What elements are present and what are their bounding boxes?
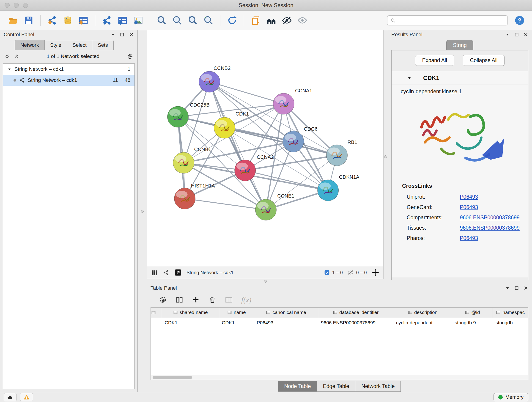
open-session-button[interactable] xyxy=(6,13,20,27)
import-table-button[interactable] xyxy=(76,13,90,27)
save-session-button[interactable] xyxy=(22,13,36,27)
network-canvas[interactable]: CCNB2CCNA1CDC25BCDK1CDC6RB1CCNB1CCNA2CDK… xyxy=(147,30,384,266)
edge-HIST1H1A-CCNE1[interactable] xyxy=(185,198,266,210)
hidden-eye-icon[interactable] xyxy=(347,269,354,276)
tab-node-table[interactable]: Node Table xyxy=(278,381,317,392)
float-panel-icon[interactable] xyxy=(514,32,519,37)
column-header-database-identifier[interactable]: database identifier xyxy=(318,307,393,318)
node-CDC6[interactable] xyxy=(283,131,304,152)
zoom-window-button[interactable] xyxy=(23,3,28,8)
minimize-window-button[interactable] xyxy=(14,3,19,8)
node-RB1[interactable] xyxy=(326,145,348,166)
table-cell[interactable]: stringdb:9... xyxy=(452,318,493,328)
section-caret-icon[interactable] xyxy=(407,75,412,81)
node-CDK1[interactable] xyxy=(214,117,235,138)
results-scrollbar[interactable] xyxy=(392,277,528,280)
horizontal-splitter[interactable] xyxy=(147,279,384,283)
table-cell[interactable]: cyclin-dependent ... xyxy=(393,318,452,328)
node-CDC25B[interactable] xyxy=(167,106,189,128)
table-cell[interactable]: stringdb xyxy=(493,318,528,328)
show-details-button[interactable] xyxy=(295,13,310,27)
column-header--id[interactable]: @id xyxy=(452,307,493,318)
gene-section-header[interactable]: CDK1 xyxy=(392,71,528,85)
delete-column-icon[interactable] xyxy=(208,296,216,304)
table-hscrollbar-thumb[interactable] xyxy=(152,376,192,379)
float-panel-icon[interactable] xyxy=(120,32,125,37)
column-header-name[interactable]: name xyxy=(219,307,254,318)
network-options-gear[interactable] xyxy=(127,53,133,60)
crosslink-link[interactable]: 9606.ENSP00000378699 xyxy=(460,225,520,231)
table-row[interactable]: CDK1CDK1P064939606.ENSP00000378699cyclin… xyxy=(151,318,528,328)
right-splitter[interactable] xyxy=(384,30,388,283)
copy-documents-button[interactable] xyxy=(249,13,263,27)
network-row[interactable]: String Network – cdk1 11 48 xyxy=(3,75,134,86)
collapse-panel-icon[interactable] xyxy=(505,286,510,291)
zoom-in-button[interactable] xyxy=(155,13,169,27)
add-column-icon[interactable] xyxy=(192,296,200,304)
collapse-all-icon[interactable] xyxy=(4,53,10,59)
close-panel-icon[interactable] xyxy=(523,286,528,291)
crosslink-link[interactable]: 9606.ENSP00000378699 xyxy=(460,215,520,221)
column-header-shared-name[interactable]: shared name xyxy=(162,307,219,318)
zoom-selected-button[interactable] xyxy=(201,13,215,27)
node-HIST1H1A[interactable] xyxy=(174,188,196,209)
export-image-button[interactable] xyxy=(131,13,145,27)
close-window-button[interactable] xyxy=(5,3,10,8)
node-CCNB1[interactable] xyxy=(173,152,194,173)
tab-network-table[interactable]: Network Table xyxy=(355,381,401,392)
column-header-canonical-name[interactable]: canonical name xyxy=(254,307,318,318)
close-panel-icon[interactable] xyxy=(523,32,528,37)
column-header-namespac[interactable]: namespac xyxy=(493,307,528,318)
table-cell[interactable]: P06493 xyxy=(254,318,318,328)
import-network-file-button[interactable] xyxy=(45,13,59,27)
expand-all-button[interactable]: Expand All xyxy=(415,55,454,66)
crosslink-link[interactable]: P06493 xyxy=(460,194,478,200)
node-CDKN1A[interactable] xyxy=(317,180,339,201)
collapse-panel-icon[interactable] xyxy=(505,32,510,37)
export-network-button[interactable] xyxy=(100,13,114,27)
network-collection-row[interactable]: String Network – cdk1 1 xyxy=(3,64,134,75)
collapse-all-button[interactable]: Collapse All xyxy=(463,55,505,66)
import-network-database-button[interactable] xyxy=(61,13,75,27)
table-hscrollbar-track[interactable] xyxy=(151,375,528,380)
edge-CCNB2-CCNE1[interactable] xyxy=(209,82,266,210)
tree-expand-icon[interactable] xyxy=(7,67,12,71)
edge-CCNB2-CCNA1[interactable] xyxy=(209,82,284,104)
homes-button[interactable] xyxy=(264,13,278,27)
close-panel-icon[interactable] xyxy=(129,32,134,37)
tab-sets[interactable]: Sets xyxy=(92,40,114,50)
column-header-description[interactable]: description xyxy=(393,307,452,318)
table-cell[interactable]: CDK1 xyxy=(219,318,254,328)
tab-edge-table[interactable]: Edge Table xyxy=(317,381,355,392)
show-columns-icon[interactable] xyxy=(175,296,184,304)
tab-string[interactable]: String xyxy=(446,40,473,50)
network-share-icon[interactable] xyxy=(163,269,170,276)
pan-move-icon[interactable] xyxy=(371,269,379,276)
grid-view-icon[interactable] xyxy=(151,269,158,276)
left-splitter[interactable] xyxy=(138,30,147,392)
tab-style[interactable]: Style xyxy=(45,40,67,50)
node-CCNA2[interactable] xyxy=(234,160,256,181)
node-CCNA1[interactable] xyxy=(273,93,294,114)
cloud-status-button[interactable] xyxy=(4,393,17,401)
network-graph[interactable]: CCNB2CCNA1CDC25BCDK1CDC6RB1CCNB1CCNA2CDK… xyxy=(147,30,383,266)
table-cell[interactable]: 9606.ENSP00000378699 xyxy=(318,318,393,328)
warnings-button[interactable] xyxy=(20,393,33,401)
node-CCNE1[interactable] xyxy=(255,199,277,220)
tab-network[interactable]: Network xyxy=(15,40,45,50)
tab-select[interactable]: Select xyxy=(67,40,92,50)
search-input[interactable] xyxy=(398,17,505,23)
selected-checkbox-icon[interactable] xyxy=(324,269,330,275)
export-table-button[interactable] xyxy=(115,13,130,27)
float-panel-icon[interactable] xyxy=(514,286,519,291)
collapse-panel-icon[interactable] xyxy=(110,32,115,37)
zoom-out-button[interactable] xyxy=(170,13,184,27)
detach-view-icon[interactable] xyxy=(174,269,182,276)
zoom-fit-button[interactable] xyxy=(186,13,200,27)
hide-details-button[interactable] xyxy=(280,13,294,27)
crosslink-link[interactable]: P06493 xyxy=(460,204,478,211)
node-CCNB2[interactable] xyxy=(199,71,220,92)
help-button[interactable] xyxy=(514,15,525,26)
row-selector[interactable] xyxy=(151,318,162,328)
table-options-gear[interactable] xyxy=(159,296,167,304)
